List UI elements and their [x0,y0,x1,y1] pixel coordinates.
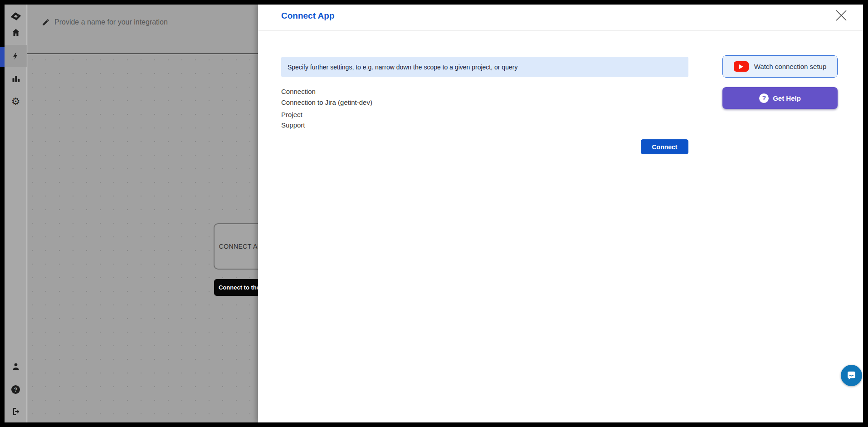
project-field-value[interactable]: Support [281,121,305,129]
chat-launcher-button[interactable] [841,365,862,386]
integration-name-input[interactable]: Provide a name for your integration [42,18,168,26]
sidebar-item-reports[interactable] [5,68,27,89]
lightning-icon [11,51,20,61]
info-banner: Specify further settings, to e.g. narrow… [281,57,688,77]
integration-name-placeholder: Provide a name for your integration [54,18,168,26]
screen: ⚙ ? [0,0,868,427]
node-tooltip-text: Connect to the f [219,284,263,291]
sidebar-item-account[interactable] [5,356,27,378]
connection-field-label: Connection [281,88,316,95]
logo-icon [10,11,22,22]
active-nav-indicator [0,47,5,67]
get-help-button[interactable]: ? Get Help [722,87,838,109]
drawer-header: Connect App [258,5,863,31]
connection-field-value[interactable]: Connection to Jira (getint-dev) [281,98,372,106]
pencil-icon [42,18,50,26]
get-help-label: Get Help [773,94,801,102]
home-icon [11,28,21,38]
drawer-title: Connect App [281,11,335,21]
sidebar-item-home[interactable] [5,22,27,44]
project-field-label: Project [281,111,302,118]
person-icon [11,362,20,371]
info-banner-text: Specify further settings, to e.g. narrow… [288,64,517,71]
watch-connection-setup-button[interactable]: Watch connection setup [722,55,838,78]
sidebar-item-help[interactable]: ? [5,378,27,400]
sidebar: ⚙ ? [5,5,27,422]
watch-button-label: Watch connection setup [754,63,827,70]
sidebar-item-integrations[interactable] [5,45,27,67]
bar-chart-icon [11,74,20,83]
sidebar-item-logout[interactable] [5,401,27,422]
chat-bubble-icon [846,370,857,381]
question-icon: ? [11,385,20,394]
app-window: ⚙ ? [5,5,863,422]
help-bubble-icon: ? [759,93,769,103]
close-icon [834,9,848,22]
connect-button[interactable]: Connect [641,139,688,154]
sidebar-item-settings[interactable]: ⚙ [5,91,27,113]
gear-icon: ⚙ [11,97,20,107]
youtube-icon [734,61,749,72]
connect-app-drawer: Connect App Specify further settings, to… [258,5,863,422]
close-drawer-button[interactable] [833,7,849,24]
logout-icon [11,407,20,416]
